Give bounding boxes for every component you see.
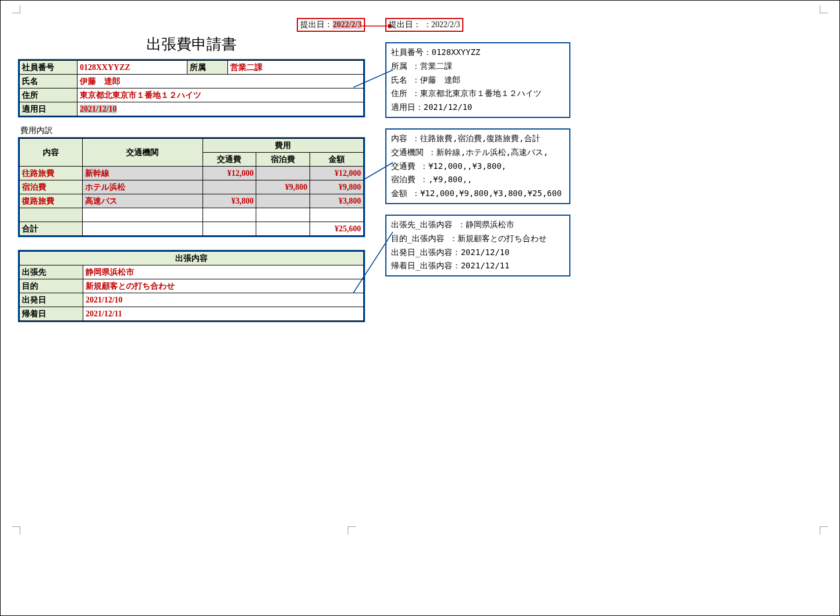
expense-table: 内容 交通機関 費用 交通費 宿泊費 金額 往路旅費 新幹線 ¥12,000 ¥… <box>19 138 364 236</box>
annotation-trip: 出張先_出張内容 ：静岡県浜松市 目的_出張内容 ：新規顧客との打ち合わせ 出発… <box>385 215 570 276</box>
emp-id: 0128XXYYZZ <box>78 61 187 75</box>
trip-return: 2021/12/11 <box>83 307 364 321</box>
exp-row3-lodge <box>256 208 310 222</box>
submit-date-callout: 提出日：2022/2/3 <box>297 18 365 32</box>
anno1-l4: 住所 ：東京都北東京市１番地１２ハイツ <box>391 87 565 101</box>
emp-dept-label: 所属 <box>187 61 228 75</box>
exp-row1-lodge: ¥9,800 <box>256 180 310 194</box>
crop-mark <box>820 526 828 534</box>
emp-id-label: 社員番号 <box>20 61 78 75</box>
exp-hdr-cost: 費用 <box>202 139 363 153</box>
trip-header: 出張内容 <box>20 252 364 265</box>
document-title: 出張費申請書 <box>18 34 365 54</box>
anno2-l5: 金額 ：¥12,000,¥9,800,¥3,800,¥25,600 <box>391 187 565 201</box>
exp-hdr-transcost: 交通費 <box>202 153 256 167</box>
exp-row3-transport <box>83 208 202 222</box>
emp-addr-label: 住所 <box>20 88 78 102</box>
exp-row0-content: 往路旅費 <box>20 167 83 180</box>
submit2-date: 2022/2/3 <box>432 20 460 29</box>
exp-row0-amount: ¥12,000 <box>310 167 364 180</box>
employee-table: 社員番号 0128XXYYZZ 所属 営業二課 氏名 伊藤 達郎 住所 東京都北… <box>19 60 364 116</box>
annotation-pane: 提出日： ：2022/2/3 社員番号：0128XXYYZZ 所属 ：営業二課 … <box>385 18 570 322</box>
anno2-l1: 内容 ：往路旅費,宿泊費,復路旅費,合計 <box>391 132 565 146</box>
exp-hdr-amount: 金額 <box>310 153 364 167</box>
exp-row0-trans: ¥12,000 <box>202 167 256 180</box>
exp-row2-trans: ¥3,800 <box>202 194 256 208</box>
emp-apply-label: 適用日 <box>20 102 78 116</box>
exp-total: ¥25,600 <box>310 222 364 236</box>
exp-row2-amount: ¥3,800 <box>310 194 364 208</box>
anno3-l3: 出発日_出張内容：2021/12/10 <box>391 246 565 260</box>
emp-name: 伊藤 達郎 <box>78 75 364 88</box>
anno3-l1: 出張先_出張内容 ：静岡県浜松市 <box>391 218 565 232</box>
expense-section-label: 費用内訳 <box>20 126 365 136</box>
crop-mark <box>12 526 20 534</box>
trip-depart: 2021/12/10 <box>83 293 364 307</box>
anno3-l2: 目的_出張内容 ：新規顧客との打ち合わせ <box>391 232 565 246</box>
exp-row2-lodge <box>256 194 310 208</box>
anno1-l1a: 社員番号： <box>391 47 432 57</box>
submit2-label: 提出日： ： <box>389 20 432 29</box>
exp-hdr-content: 内容 <box>20 139 83 167</box>
exp-row3-trans <box>202 208 256 222</box>
exp-total-blank1 <box>83 222 202 236</box>
expense-box: 内容 交通機関 費用 交通費 宿泊費 金額 往路旅費 新幹線 ¥12,000 ¥… <box>18 137 365 237</box>
submit-date: 2022/2/3 <box>333 20 362 29</box>
emp-name-label: 氏名 <box>20 75 78 88</box>
trip-depart-label: 出発日 <box>20 293 83 307</box>
exp-row3-amount <box>310 208 364 222</box>
trip-table: 出張内容 出張先 静岡県浜松市 目的 新規顧客との打ち合わせ 出発日 2021/… <box>19 251 364 321</box>
exp-total-blank2 <box>202 222 256 236</box>
exp-total-blank3 <box>256 222 310 236</box>
employee-info-box: 社員番号 0128XXYYZZ 所属 営業二課 氏名 伊藤 達郎 住所 東京都北… <box>18 59 365 117</box>
anno3-l4: 帰着日_出張内容：2021/12/11 <box>391 259 565 273</box>
exp-row0-lodge <box>256 167 310 180</box>
submit-date-row: 提出日：2022/2/3 <box>18 18 365 32</box>
emp-apply: 2021/12/10 <box>80 105 117 113</box>
exp-row0-transport: 新幹線 <box>83 167 202 180</box>
exp-row1-trans <box>202 180 256 194</box>
anno1-l2: 所属 ：営業二課 <box>391 60 565 73</box>
exp-row1-transport: ホテル浜松 <box>83 180 202 194</box>
anno2-l2: 交通機関 ：新幹線,ホテル浜松,高速バス, <box>391 146 565 160</box>
crop-mark <box>348 526 356 534</box>
exp-row2-transport: 高速バス <box>83 194 202 208</box>
submit-label: 提出日： <box>300 20 333 29</box>
trip-dest-label: 出張先 <box>20 265 83 279</box>
trip-box: 出張内容 出張先 静岡県浜松市 目的 新規顧客との打ち合わせ 出発日 2021/… <box>18 250 365 322</box>
anno2-l4: 宿泊費 ：,¥9,800,, <box>391 173 565 187</box>
submit-date-callout-right: 提出日： ：2022/2/3 <box>385 18 463 32</box>
exp-row1-amount: ¥9,800 <box>310 180 364 194</box>
exp-row1-content: 宿泊費 <box>20 180 83 194</box>
emp-addr: 東京都北東京市１番地１２ハイツ <box>78 88 364 102</box>
trip-purpose-label: 目的 <box>20 279 83 293</box>
anno1-l5: 適用日：2021/12/10 <box>391 101 565 115</box>
exp-hdr-transport: 交通機関 <box>83 139 202 167</box>
exp-total-label: 合計 <box>20 222 83 236</box>
trip-return-label: 帰着日 <box>20 307 83 321</box>
document-pane: 提出日：2022/2/3 出張費申請書 社員番号 0128XXYYZZ 所属 営… <box>18 18 365 322</box>
annotation-expense: 内容 ：往路旅費,宿泊費,復路旅費,合計 交通機関 ：新幹線,ホテル浜松,高速バ… <box>385 128 570 204</box>
trip-purpose: 新規顧客との打ち合わせ <box>83 279 364 293</box>
exp-hdr-lodgecost: 宿泊費 <box>256 153 310 167</box>
exp-row2-content: 復路旅費 <box>20 194 83 208</box>
anno2-l3: 交通費 ：¥12,000,,¥3,800, <box>391 160 565 174</box>
anno1-l1b: 0128XXYYZZ <box>432 47 480 57</box>
anno1-l3: 氏名 ：伊藤 達郎 <box>391 73 565 87</box>
annotation-employee: 社員番号：0128XXYYZZ 所属 ：営業二課 氏名 ：伊藤 達郎 住所 ：東… <box>385 42 570 118</box>
exp-row3-content <box>20 208 83 222</box>
trip-dest: 静岡県浜松市 <box>83 265 364 279</box>
emp-dept: 営業二課 <box>228 61 364 75</box>
